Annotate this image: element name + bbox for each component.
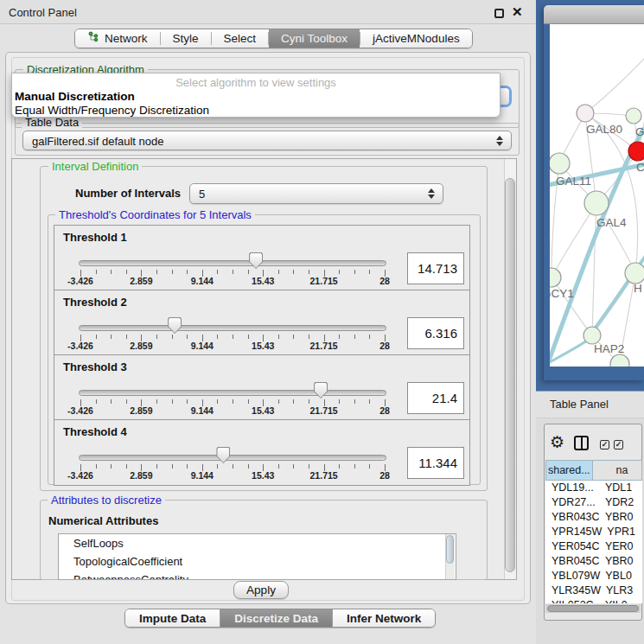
slider-tick xyxy=(217,399,218,404)
tab-cyni-toolbox[interactable]: Cyni Toolbox xyxy=(269,29,360,48)
control-panel-titlebar xyxy=(0,0,536,24)
table-row[interactable]: YPR145WYPR1 xyxy=(545,525,642,539)
slider-tick xyxy=(369,335,370,339)
threshold-slider-thumb[interactable] xyxy=(168,317,182,334)
threshold-slider-thumb[interactable] xyxy=(216,447,230,463)
numerical-attributes-label: Numerical Attributes xyxy=(48,514,158,527)
attribute-list-item[interactable]: SelfLoops xyxy=(59,534,456,552)
threshold-value-field[interactable]: 6.316 xyxy=(407,317,464,349)
tab-network[interactable]: Network xyxy=(75,29,160,48)
attributes-scrollbar-track[interactable] xyxy=(445,534,455,579)
slider-tick xyxy=(339,270,340,274)
threshold-slider-track[interactable] xyxy=(79,260,386,266)
threshold-slider-thumb[interactable] xyxy=(249,252,263,269)
tab-jactivemnodules[interactable]: jActiveMNodules xyxy=(360,29,472,48)
network-edge xyxy=(585,59,644,113)
table-row[interactable]: YBR043CYBR0 xyxy=(545,510,642,525)
apply-button[interactable]: Apply xyxy=(233,581,289,599)
threshold-slider-track[interactable] xyxy=(79,325,386,331)
tab-infer-network[interactable]: Infer Network xyxy=(333,609,435,627)
table-data-combobox[interactable]: galFiltered.sif default node xyxy=(22,131,512,150)
network-node-c[interactable] xyxy=(628,142,644,161)
panel-title: Control Panel xyxy=(9,6,77,19)
table-header-cell[interactable]: shared... xyxy=(545,460,593,481)
table-row[interactable]: YIL052CYIL0 xyxy=(545,598,642,603)
close-icon[interactable]: ✕ xyxy=(512,4,523,20)
table-cell: YDR27... xyxy=(545,495,600,510)
table-cell: YDL1 xyxy=(600,481,642,495)
network-node-ga[interactable] xyxy=(626,108,641,124)
network-node[interactable] xyxy=(610,354,629,367)
algorithm-option[interactable]: Equal Width/Frequency Discretization xyxy=(14,104,498,117)
slider-tick-label: -3.426 xyxy=(59,405,102,416)
slider-tick xyxy=(126,464,127,469)
threshold-row: Threshold 3-3.4262.8599.14415.4321.71528… xyxy=(54,355,469,420)
combo-stepper-icon xyxy=(427,188,435,199)
network-node-hap2[interactable] xyxy=(583,327,601,344)
main-scrollbar-thumb[interactable] xyxy=(505,178,515,572)
algorithm-dropdown-popup: Select algorithm to view settings Manual… xyxy=(11,73,501,118)
slider-tick xyxy=(233,270,233,274)
column-layout-icon[interactable] xyxy=(574,436,589,450)
tab-select[interactable]: Select xyxy=(212,29,269,48)
tab-discretize-data[interactable]: Discretize Data xyxy=(220,609,332,627)
table-hscrollbar-thumb[interactable] xyxy=(547,605,639,612)
network-node-gal80[interactable] xyxy=(577,105,594,122)
slider-tick-label: 21.715 xyxy=(303,405,346,416)
table-row[interactable]: YBL079WYBL0 xyxy=(545,569,642,583)
network-window-titlebar[interactable] xyxy=(544,5,644,24)
attribute-list-item[interactable]: TopologicalCoefficient xyxy=(59,552,456,571)
network-node-gal11[interactable] xyxy=(550,153,570,174)
slider-tick-label: 2.859 xyxy=(119,470,163,481)
table-header-cell[interactable]: na xyxy=(593,460,642,481)
threshold-value-field[interactable]: 14.713 xyxy=(407,252,464,284)
slider-tick xyxy=(96,464,97,469)
table-cell: YBR0 xyxy=(600,554,642,569)
attributes-scrollbar-thumb[interactable] xyxy=(446,535,454,564)
float-window-icon[interactable] xyxy=(494,9,504,18)
table-cell: YER0 xyxy=(600,539,642,554)
slider-tick xyxy=(156,399,157,404)
slider-tick xyxy=(96,270,97,274)
algorithm-option[interactable]: Manual Discretization xyxy=(14,90,498,103)
slider-tick xyxy=(293,399,294,404)
tab-label: Network xyxy=(105,32,148,45)
slider-tick xyxy=(339,464,340,469)
checkbox-icon[interactable]: ✓ xyxy=(600,440,609,450)
number-of-intervals-combobox[interactable]: 5 xyxy=(189,183,443,204)
network-node-gcy1[interactable] xyxy=(550,268,561,287)
network-node-label: GAL80 xyxy=(586,123,622,136)
attribute-list-item[interactable]: BetweennessCentrality xyxy=(59,571,456,580)
slider-tick xyxy=(233,335,233,339)
table-row[interactable]: YBR045CYBR0 xyxy=(545,554,642,569)
network-node-h[interactable] xyxy=(625,263,644,284)
threshold-value-field[interactable]: 11.344 xyxy=(407,447,464,479)
checkbox-icon[interactable]: ✓ xyxy=(614,440,623,450)
slider-tick xyxy=(187,335,188,339)
threshold-value-field[interactable]: 21.4 xyxy=(407,382,464,414)
table-row[interactable]: YER054CYER0 xyxy=(545,539,642,554)
slider-tick xyxy=(293,464,294,469)
slider-tick xyxy=(369,270,370,274)
tab-impute-data[interactable]: Impute Data xyxy=(125,609,220,627)
network-node-gal4[interactable] xyxy=(584,191,609,215)
slider-tick-label: 15.43 xyxy=(241,276,284,286)
threshold-slider-track[interactable] xyxy=(79,455,386,461)
threshold-slider-track[interactable] xyxy=(79,390,386,396)
slider-tick xyxy=(354,399,355,404)
slider-tick xyxy=(126,335,127,339)
table-row[interactable]: YDR27...YDR2 xyxy=(545,495,642,510)
gear-icon[interactable]: ⚙ xyxy=(550,432,564,452)
table-row[interactable]: YDL19...YDL1 xyxy=(545,481,642,495)
slider-tick xyxy=(278,464,279,469)
tab-label: Cyni Toolbox xyxy=(281,32,348,45)
slider-tick xyxy=(96,335,97,339)
table-row[interactable]: YLR345WYLR3 xyxy=(545,583,642,598)
tab-style[interactable]: Style xyxy=(161,29,211,48)
table-cell: YBR0 xyxy=(600,510,642,525)
node-attribute-table[interactable]: shared...na YDL19...YDL1YDR27...YDR2YBR0… xyxy=(545,460,642,603)
numerical-attributes-list[interactable]: SelfLoopsTopologicalCoefficientBetweenne… xyxy=(58,533,456,580)
threshold-slider-thumb[interactable] xyxy=(314,382,328,399)
thresholds-group-label: Threshold's Coordinates for 5 Intervals xyxy=(55,208,255,221)
network-canvas[interactable]: GAL80GACGAL11GAL4GCY1HHAP2 xyxy=(550,24,644,367)
